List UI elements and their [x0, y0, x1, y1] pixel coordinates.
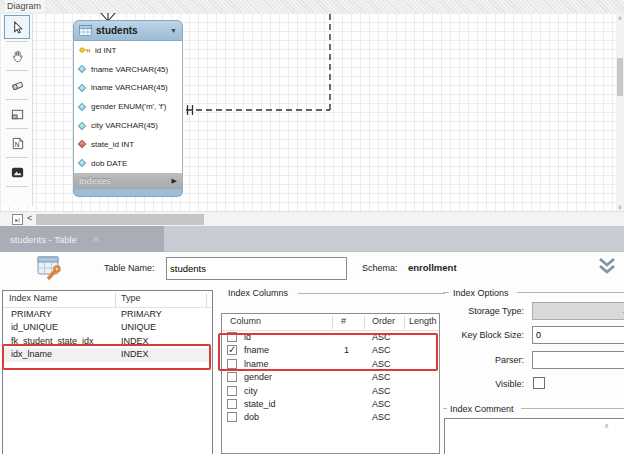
canvas-vertical-scrollbar[interactable]: ∧ ∨	[616, 13, 624, 211]
hand-icon	[10, 49, 25, 64]
column-icon	[78, 121, 86, 129]
parser-label: Parser:	[424, 355, 524, 365]
index-columns-header: Column # Order Length	[222, 314, 439, 331]
image-icon	[10, 165, 25, 180]
index-name-header: Index Name	[9, 293, 58, 303]
index-column-row[interactable]: lname ASC	[222, 358, 439, 371]
er-table-students[interactable]: students ▼ id INT fname VARCHAR(45) lnam…	[73, 20, 183, 197]
index-list-header: Index Name Type	[3, 291, 212, 308]
column-header: Column	[230, 316, 261, 326]
er-table-body: id INT fname VARCHAR(45) lname VARCHAR(4…	[73, 41, 183, 173]
fk-column-icon	[78, 140, 86, 148]
index-columns-group-label: Index Columns	[228, 288, 288, 298]
er-table-bottom	[73, 189, 183, 197]
index-comment-textarea[interactable]: ∧	[444, 418, 624, 454]
scroll-left-icon[interactable]: <	[27, 213, 32, 223]
tab-label: students - Table	[10, 234, 77, 245]
index-column-row[interactable]: city ASC	[222, 385, 439, 398]
column-checkbox[interactable]	[227, 386, 237, 396]
navigator-toggle-icon[interactable]: ▸|	[12, 214, 23, 225]
column-icon	[78, 103, 86, 111]
er-column-row[interactable]: fname VARCHAR(45)	[74, 60, 182, 79]
scroll-down-icon[interactable]: ∨	[616, 203, 624, 210]
column-checkbox[interactable]	[227, 399, 237, 409]
table-name-label: Table Name:	[104, 263, 155, 273]
svg-text:N: N	[14, 140, 19, 147]
er-column-row[interactable]: lname VARCHAR(45)	[74, 79, 182, 98]
storage-type-dropdown[interactable]: ⌄	[532, 302, 624, 320]
layer-icon	[10, 107, 25, 122]
primary-key-icon	[79, 46, 91, 54]
canvas-horizontal-scrollbar[interactable]: ▸| <	[0, 211, 624, 226]
er-column-row[interactable]: dob DATE	[74, 154, 182, 173]
eraser-icon	[10, 78, 25, 93]
column-checkbox[interactable]	[227, 372, 237, 382]
order-header: Order	[372, 316, 395, 326]
image-tool[interactable]	[4, 160, 30, 184]
index-column-row[interactable]: fname 1 ASC	[222, 344, 439, 357]
er-table-title: students	[96, 25, 170, 36]
schema-label: Schema:	[362, 263, 398, 273]
mysql-workbench-window: Diagram N	[0, 0, 624, 454]
table-editor-icon	[36, 254, 63, 281]
er-table-header[interactable]: students ▼	[73, 20, 183, 41]
tab-students-table[interactable]: students - Table ×	[0, 226, 164, 252]
er-indexes-section[interactable]: Indexes ▶	[73, 173, 183, 189]
scrollbar-thumb[interactable]	[36, 214, 204, 225]
pan-tool[interactable]	[4, 44, 30, 68]
diagram-canvas[interactable]: N students ▼ id INT fname VARCHAR(45) l	[0, 13, 616, 211]
collapse-arrow-icon[interactable]: ▼	[170, 27, 177, 34]
diagram-tool-palette: N	[2, 14, 33, 206]
column-icon	[78, 84, 86, 92]
scrollbar-thumb[interactable]	[617, 58, 623, 96]
index-comment-group-label: Index Comment	[450, 404, 514, 414]
er-column-row[interactable]: state_id INT	[74, 135, 182, 154]
er-column-row[interactable]: gender ENUM('m', 'f')	[74, 97, 182, 116]
index-options-group-label: Index Options	[453, 288, 509, 298]
eraser-tool[interactable]	[4, 73, 30, 97]
er-column-row[interactable]: city VARCHAR(45)	[74, 116, 182, 135]
column-checkbox[interactable]	[227, 359, 237, 369]
note-tool[interactable]: N	[4, 131, 30, 155]
scroll-up-icon: ∧	[604, 422, 609, 430]
cursor-icon	[10, 20, 25, 35]
layer-tool[interactable]	[4, 102, 30, 126]
key-block-size-input[interactable]	[532, 326, 624, 344]
table-editor-panel: Table Name: Schema: enrollment Index Nam…	[0, 252, 624, 454]
key-block-size-label: Key Block Size:	[424, 330, 524, 340]
column-checkbox[interactable]	[227, 412, 237, 422]
diagram-title: Diagram	[5, 0, 45, 12]
index-column-row[interactable]: gender ASC	[222, 371, 439, 384]
index-column-row[interactable]: dob ASC	[222, 411, 439, 424]
diagram-titlebar: Diagram	[0, 0, 624, 13]
er-column-row[interactable]: id INT	[74, 41, 182, 60]
index-columns-grid[interactable]: Column # Order Length id ASC fname 1 ASC	[221, 313, 440, 454]
index-row[interactable]: PRIMARY PRIMARY	[3, 308, 212, 321]
index-column-row[interactable]: id ASC	[222, 331, 439, 344]
parser-input[interactable]	[532, 351, 624, 369]
index-list[interactable]: Index Name Type PRIMARY PRIMARY id_UNIQU…	[2, 290, 213, 454]
index-row[interactable]: id_UNIQUE UNIQUE	[3, 321, 212, 334]
tab-close-icon[interactable]: ×	[93, 234, 99, 245]
index-column-row[interactable]: state_id ASC	[222, 398, 439, 411]
schema-value: enrollment	[408, 262, 457, 273]
expand-arrow-icon: ▶	[172, 177, 177, 185]
table-name-input[interactable]	[166, 257, 347, 280]
index-row[interactable]: fk_student_state_idx INDEX	[3, 335, 212, 348]
column-icon	[78, 159, 86, 167]
index-row-selected[interactable]: idx_lname INDEX	[3, 348, 212, 361]
select-tool[interactable]	[4, 15, 30, 39]
type-header: Type	[121, 293, 141, 303]
table-icon	[79, 25, 92, 36]
column-checkbox[interactable]	[227, 345, 237, 355]
column-icon	[78, 65, 86, 73]
scroll-up-icon[interactable]: ∧	[616, 14, 624, 21]
num-header: #	[341, 316, 346, 326]
visible-checkbox[interactable]	[533, 377, 545, 389]
editor-tab-bar: students - Table ×	[0, 226, 624, 252]
column-checkbox[interactable]	[227, 332, 237, 342]
visible-label: Visible:	[424, 379, 524, 389]
length-header: Length	[409, 316, 437, 326]
storage-type-label: Storage Type:	[424, 306, 524, 316]
collapse-panel-icon[interactable]	[596, 257, 618, 275]
